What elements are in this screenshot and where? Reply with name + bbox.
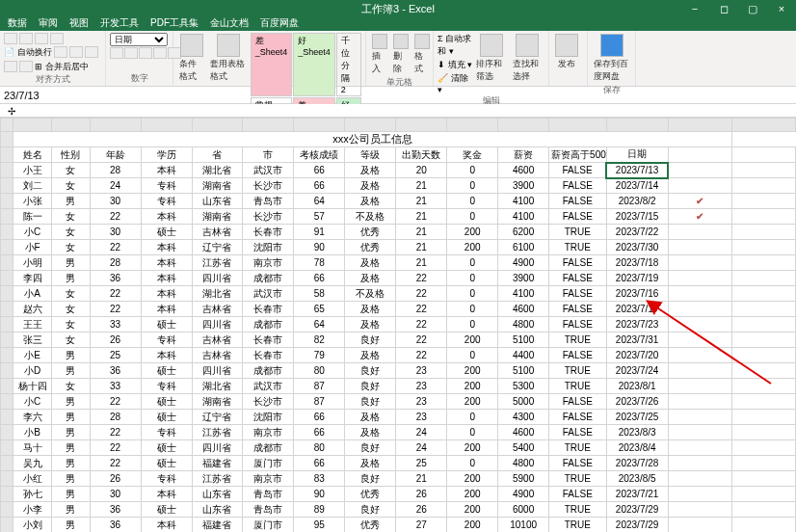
tab-dev[interactable]: 开发工具 bbox=[94, 15, 145, 31]
cell[interactable]: 22 bbox=[396, 286, 447, 302]
check-cell[interactable] bbox=[668, 348, 731, 363]
cell[interactable]: 小李 bbox=[13, 502, 52, 518]
cell[interactable]: 57 bbox=[294, 209, 345, 225]
cell[interactable]: 李四 bbox=[13, 271, 52, 286]
cell[interactable]: 23 bbox=[396, 394, 447, 410]
cell[interactable]: 21 bbox=[396, 178, 447, 194]
row-header[interactable] bbox=[1, 487, 13, 502]
row-header[interactable] bbox=[1, 425, 13, 440]
cell[interactable]: 27 bbox=[396, 518, 447, 533]
cell[interactable]: 女 bbox=[51, 286, 90, 302]
spreadsheet-grid[interactable]: xxx公司员工信息 姓名性别年龄学历省市考核成绩等级出勤天数奖金薪资薪资高于50… bbox=[0, 118, 796, 532]
cell[interactable]: 4800 bbox=[498, 456, 549, 471]
cell[interactable]: 男 bbox=[51, 502, 90, 518]
check-cell[interactable] bbox=[668, 379, 731, 394]
field-header[interactable]: 日期 bbox=[606, 147, 668, 163]
cell[interactable]: 及格 bbox=[345, 348, 396, 363]
row-header[interactable] bbox=[1, 379, 13, 394]
cell[interactable]: 25 bbox=[90, 348, 141, 363]
field-header[interactable]: 出勤天数 bbox=[396, 147, 447, 163]
cell[interactable]: FALSE bbox=[549, 348, 607, 363]
cell[interactable]: 200 bbox=[447, 240, 498, 255]
cell[interactable]: 福建省 bbox=[192, 456, 243, 471]
cell[interactable]: 本科 bbox=[141, 271, 192, 286]
cell[interactable]: 2023/7/21 bbox=[606, 487, 668, 502]
cell[interactable]: 30 bbox=[90, 487, 141, 502]
cell[interactable]: 本科 bbox=[141, 209, 192, 225]
cell[interactable]: 83 bbox=[294, 471, 345, 487]
orient-button[interactable] bbox=[50, 33, 64, 44]
cell[interactable]: 2023/7/23 bbox=[606, 317, 668, 332]
wrap-text-button[interactable]: 📄 自动换行 bbox=[4, 46, 52, 59]
currency-button[interactable] bbox=[110, 47, 123, 59]
cell[interactable]: 200 bbox=[447, 440, 498, 456]
cell[interactable]: 2023/8/4 bbox=[606, 440, 668, 456]
cell[interactable]: 女 bbox=[51, 178, 90, 194]
cell[interactable]: 0 bbox=[447, 178, 498, 194]
cell[interactable]: FALSE bbox=[549, 317, 607, 332]
cell[interactable]: 硕士 bbox=[141, 410, 192, 425]
cell[interactable]: 22 bbox=[396, 271, 447, 286]
cell[interactable]: 男 bbox=[51, 348, 90, 363]
cell[interactable]: 本科 bbox=[141, 348, 192, 363]
cell[interactable]: FALSE bbox=[549, 425, 607, 440]
cell[interactable]: 吉林省 bbox=[192, 302, 243, 317]
cell[interactable]: 青岛市 bbox=[243, 194, 294, 209]
cell[interactable]: 0 bbox=[447, 348, 498, 363]
cell[interactable]: 36 bbox=[90, 271, 141, 286]
cell[interactable]: 28 bbox=[90, 163, 141, 178]
cell[interactable]: 男 bbox=[51, 518, 90, 533]
col-header[interactable] bbox=[141, 119, 192, 132]
autosum-button[interactable]: Σ 自动求和 ▾ bbox=[438, 33, 472, 58]
cell[interactable]: 男 bbox=[51, 363, 90, 379]
cell[interactable]: 本科 bbox=[141, 518, 192, 533]
number-format-select[interactable]: 日期 bbox=[110, 33, 168, 46]
cell[interactable]: 0 bbox=[447, 271, 498, 286]
window-restore-button[interactable]: ◻ bbox=[709, 0, 738, 17]
row-header[interactable] bbox=[1, 317, 13, 332]
cell[interactable]: 及格 bbox=[345, 194, 396, 209]
field-header[interactable]: 市 bbox=[243, 147, 294, 163]
row-header[interactable] bbox=[1, 410, 13, 425]
col-header[interactable] bbox=[13, 119, 52, 132]
cell[interactable]: 66 bbox=[294, 163, 345, 178]
cell[interactable]: 26 bbox=[90, 471, 141, 487]
indent-dec-button[interactable] bbox=[4, 61, 17, 72]
cell[interactable]: 5300 bbox=[498, 379, 549, 394]
cell[interactable]: 及格 bbox=[345, 317, 396, 332]
check-cell[interactable] bbox=[668, 286, 731, 302]
cell[interactable]: 女 bbox=[51, 317, 90, 332]
cell[interactable]: 男 bbox=[51, 394, 90, 410]
cell[interactable]: 24 bbox=[396, 440, 447, 456]
cell[interactable]: 马十 bbox=[13, 440, 52, 456]
field-header[interactable]: 省 bbox=[192, 147, 243, 163]
cell[interactable]: 22 bbox=[90, 240, 141, 255]
cell[interactable]: TRUE bbox=[549, 518, 607, 533]
cell[interactable]: 5900 bbox=[498, 471, 549, 487]
cell[interactable]: 优秀 bbox=[345, 518, 396, 533]
cell[interactable]: 长春市 bbox=[243, 332, 294, 348]
cell[interactable]: 4600 bbox=[498, 163, 549, 178]
cell[interactable]: 长春市 bbox=[243, 225, 294, 240]
cell[interactable]: 小E bbox=[13, 348, 52, 363]
cell[interactable]: 4900 bbox=[498, 255, 549, 271]
check-cell[interactable] bbox=[668, 471, 731, 487]
cell[interactable]: 78 bbox=[294, 255, 345, 271]
cell[interactable]: 22 bbox=[396, 348, 447, 363]
cell[interactable]: 30 bbox=[90, 194, 141, 209]
check-cell[interactable] bbox=[668, 255, 731, 271]
cell[interactable]: 及格 bbox=[345, 302, 396, 317]
row-header[interactable] bbox=[1, 332, 13, 348]
cell[interactable]: 89 bbox=[294, 502, 345, 518]
cell[interactable]: 23 bbox=[396, 410, 447, 425]
check-cell[interactable]: ✔ bbox=[668, 194, 731, 209]
cell[interactable]: 2023/7/24 bbox=[606, 363, 668, 379]
cell[interactable]: 小红 bbox=[13, 471, 52, 487]
cell[interactable]: 22 bbox=[90, 286, 141, 302]
style-bad-sheet[interactable]: 差_Sheet4 bbox=[251, 33, 293, 96]
cell[interactable]: 28 bbox=[90, 410, 141, 425]
format-button[interactable]: 格式 bbox=[412, 33, 432, 76]
align-right-button[interactable] bbox=[85, 46, 98, 58]
cell[interactable]: 硕士 bbox=[141, 225, 192, 240]
cell[interactable]: 男 bbox=[51, 255, 90, 271]
